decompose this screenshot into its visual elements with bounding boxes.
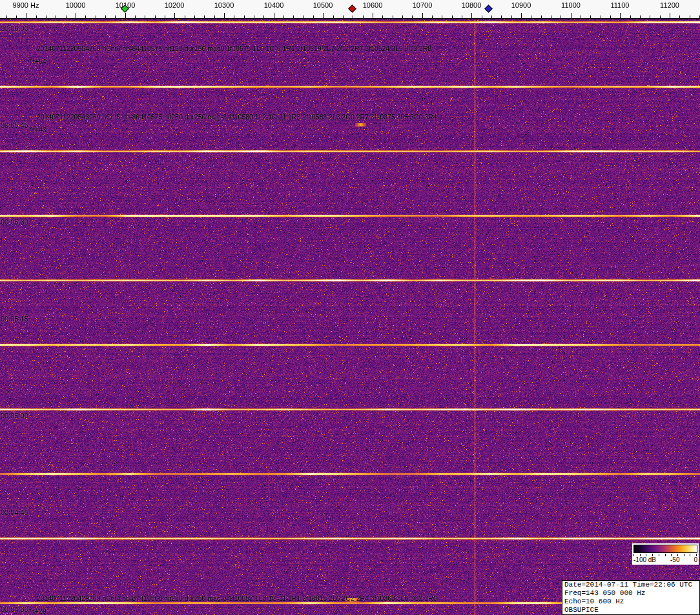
axis-minor-tick xyxy=(234,15,234,18)
legend-mid-label: -50 xyxy=(670,556,679,563)
axis-minor-tick xyxy=(393,15,393,18)
axis-major-tick xyxy=(521,13,522,18)
axis-minor-tick xyxy=(194,15,195,18)
axis-major-tick xyxy=(125,13,126,18)
axis-minor-tick xyxy=(442,15,442,18)
axis-tick-label: 11200 xyxy=(660,1,679,9)
axis-major-tick xyxy=(76,13,76,18)
axis-minor-tick xyxy=(412,15,413,18)
color-scale-gradient xyxy=(633,545,697,553)
axis-major-tick xyxy=(422,13,423,18)
axis-major-tick xyxy=(373,13,373,18)
axis-minor-tick xyxy=(254,15,254,18)
axis-minor-tick xyxy=(402,15,403,18)
axis-minor-tick xyxy=(581,15,581,18)
axis-major-tick xyxy=(174,13,175,18)
axis-tick-label: 11100 xyxy=(611,1,630,9)
axis-tick-label: 10200 xyxy=(165,1,185,9)
spectrogram-app-window: 9900 Hz100001010010200103001040010500106… xyxy=(0,0,700,615)
axis-minor-tick xyxy=(531,15,531,18)
axis-major-tick xyxy=(323,13,324,18)
axis-tick-label: 11000 xyxy=(561,1,581,9)
axis-major-tick xyxy=(620,13,621,18)
axis-minor-tick xyxy=(283,15,284,18)
axis-minor-tick xyxy=(293,15,294,18)
axis-tick-label: 10600 xyxy=(363,1,383,9)
status-info-box: Date=2014-07-11 Time=22:06 UTC Freq=143 … xyxy=(562,580,700,615)
axis-minor-tick xyxy=(462,15,462,18)
axis-minor-tick xyxy=(511,15,512,18)
axis-minor-tick xyxy=(204,15,205,18)
axis-minor-tick xyxy=(145,15,145,18)
frequency-axis: 9900 Hz100001010010200103001040010500106… xyxy=(0,0,700,19)
axis-minor-tick xyxy=(610,15,611,18)
axis-minor-tick xyxy=(85,15,86,18)
axis-tick-label: 10300 xyxy=(214,1,234,9)
axis-minor-tick xyxy=(115,15,116,18)
axis-minor-tick xyxy=(382,15,383,18)
info-frequency: Freq=143 050 000 Hz xyxy=(564,589,697,598)
info-date-time: Date=2014-07-11 Time=22:06 UTC xyxy=(564,581,697,589)
info-echo: Echo=10 600 Hz xyxy=(564,598,697,606)
info-station: OBSUPICE xyxy=(564,606,697,614)
axis-minor-tick xyxy=(304,15,304,18)
axis-major-tick xyxy=(670,13,670,18)
axis-major-tick xyxy=(26,13,26,18)
axis-tick-label: 10000 xyxy=(66,1,86,9)
axis-minor-tick xyxy=(491,15,492,18)
legend-max-label: 0 xyxy=(694,556,697,563)
axis-tick-label: 9900 Hz xyxy=(13,1,39,9)
axis-minor-tick xyxy=(263,15,264,18)
axis-minor-tick xyxy=(630,15,631,18)
axis-minor-tick xyxy=(135,15,136,18)
axis-minor-tick xyxy=(313,15,314,18)
axis-minor-tick xyxy=(6,15,7,18)
axis-minor-tick xyxy=(660,15,661,18)
axis-minor-tick xyxy=(590,15,591,18)
axis-minor-tick xyxy=(690,15,690,18)
axis-minor-tick xyxy=(452,15,453,18)
axis-major-tick xyxy=(274,13,274,18)
axis-minor-tick xyxy=(432,15,433,18)
axis-major-tick xyxy=(471,13,472,18)
axis-major-tick xyxy=(224,13,225,18)
axis-tick-label: 10800 xyxy=(462,1,482,9)
axis-minor-tick xyxy=(105,15,106,18)
axis-tick-label: 10500 xyxy=(313,1,333,9)
spectrogram-canvas[interactable] xyxy=(0,19,700,615)
axis-minor-tick xyxy=(501,15,502,18)
color-scale-legend: -100 dB -50 0 xyxy=(632,543,699,565)
red-marker-icon[interactable] xyxy=(348,5,356,13)
axis-minor-tick xyxy=(482,15,482,18)
axis-minor-tick xyxy=(353,15,353,18)
axis-minor-tick xyxy=(551,15,551,18)
axis-minor-tick xyxy=(16,15,17,18)
axis-major-tick xyxy=(571,13,571,18)
axis-minor-tick xyxy=(214,15,215,18)
axis-minor-tick xyxy=(185,15,185,18)
axis-tick-label: 10400 xyxy=(264,1,284,9)
axis-minor-tick xyxy=(56,15,56,18)
axis-minor-tick xyxy=(155,15,156,18)
axis-minor-tick xyxy=(96,15,96,18)
axis-minor-tick xyxy=(36,15,37,18)
axis-minor-tick xyxy=(66,15,67,18)
axis-minor-tick xyxy=(601,15,601,18)
axis-minor-tick xyxy=(640,15,641,18)
axis-minor-tick xyxy=(363,15,364,18)
axis-minor-tick xyxy=(333,15,334,18)
axis-minor-tick xyxy=(561,15,561,18)
blue-marker-icon[interactable] xyxy=(484,5,493,13)
axis-tick-label: 10900 xyxy=(511,1,531,9)
axis-minor-tick xyxy=(541,15,542,18)
axis-minor-tick xyxy=(343,15,344,18)
axis-minor-tick xyxy=(46,15,46,18)
axis-minor-tick xyxy=(165,15,165,18)
axis-minor-tick xyxy=(650,15,650,18)
axis-minor-tick xyxy=(244,15,245,18)
axis-tick-label: 10700 xyxy=(413,1,433,9)
axis-minor-tick xyxy=(679,15,680,18)
legend-min-label: -100 dB xyxy=(633,556,656,563)
